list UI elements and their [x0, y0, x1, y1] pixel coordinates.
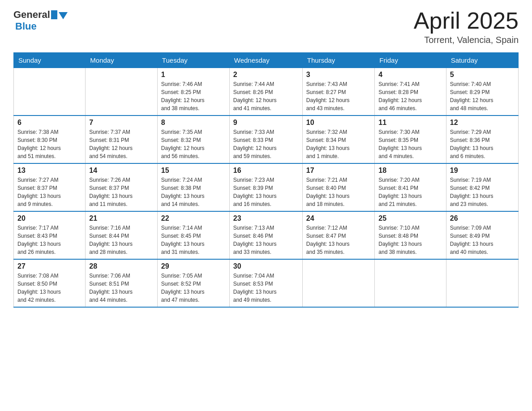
- weekday-header-monday: Monday: [86, 53, 158, 68]
- day-number: 30: [233, 262, 299, 270]
- calendar-cell: 18Sunrise: 7:20 AM Sunset: 8:41 PM Dayli…: [375, 163, 446, 211]
- day-info: Sunrise: 7:37 AM Sunset: 8:31 PM Dayligh…: [89, 128, 154, 160]
- day-number: 20: [17, 214, 82, 223]
- calendar-cell: 7Sunrise: 7:37 AM Sunset: 8:31 PM Daylig…: [86, 116, 158, 163]
- logo-general-text: General: [13, 9, 50, 21]
- calendar-cell: 30Sunrise: 7:04 AM Sunset: 8:53 PM Dayli…: [229, 259, 302, 307]
- day-number: 11: [378, 119, 442, 127]
- logo-blue-text: Blue: [15, 21, 68, 32]
- day-info: Sunrise: 7:13 AM Sunset: 8:46 PM Dayligh…: [233, 224, 299, 256]
- day-info: Sunrise: 7:16 AM Sunset: 8:44 PM Dayligh…: [89, 224, 154, 256]
- calendar-cell: 19Sunrise: 7:19 AM Sunset: 8:42 PM Dayli…: [446, 163, 518, 211]
- day-info: Sunrise: 7:41 AM Sunset: 8:28 PM Dayligh…: [378, 80, 442, 112]
- day-info: Sunrise: 7:12 AM Sunset: 8:47 PM Dayligh…: [306, 224, 371, 256]
- day-number: 5: [450, 71, 515, 79]
- day-info: Sunrise: 7:30 AM Sunset: 8:35 PM Dayligh…: [378, 128, 442, 160]
- day-info: Sunrise: 7:38 AM Sunset: 8:30 PM Dayligh…: [17, 128, 82, 160]
- location-label: Torrent, Valencia, Spain: [414, 35, 519, 45]
- calendar-cell: 23Sunrise: 7:13 AM Sunset: 8:46 PM Dayli…: [229, 211, 302, 259]
- day-info: Sunrise: 7:08 AM Sunset: 8:50 PM Dayligh…: [17, 272, 82, 304]
- day-number: 1: [161, 71, 226, 79]
- logo: General Blue: [13, 9, 68, 32]
- day-number: 24: [306, 214, 371, 223]
- calendar-cell: [86, 68, 158, 116]
- day-info: Sunrise: 7:20 AM Sunset: 8:41 PM Dayligh…: [378, 176, 442, 208]
- day-number: 21: [89, 214, 154, 223]
- day-number: 4: [378, 71, 442, 79]
- day-number: 12: [450, 119, 515, 127]
- day-info: Sunrise: 7:32 AM Sunset: 8:34 PM Dayligh…: [306, 128, 371, 160]
- calendar-cell: 20Sunrise: 7:17 AM Sunset: 8:43 PM Dayli…: [14, 211, 86, 259]
- weekday-header-row: SundayMondayTuesdayWednesdayThursdayFrid…: [14, 53, 519, 68]
- calendar-cell: 24Sunrise: 7:12 AM Sunset: 8:47 PM Dayli…: [302, 211, 374, 259]
- day-info: Sunrise: 7:17 AM Sunset: 8:43 PM Dayligh…: [17, 224, 82, 256]
- day-info: Sunrise: 7:26 AM Sunset: 8:37 PM Dayligh…: [89, 176, 154, 208]
- day-number: 27: [17, 262, 82, 270]
- day-number: 9: [233, 119, 299, 127]
- day-number: 8: [161, 119, 226, 127]
- calendar-week-4: 20Sunrise: 7:17 AM Sunset: 8:43 PM Dayli…: [14, 211, 519, 259]
- calendar-cell: 27Sunrise: 7:08 AM Sunset: 8:50 PM Dayli…: [14, 259, 86, 307]
- calendar-cell: 13Sunrise: 7:27 AM Sunset: 8:37 PM Dayli…: [14, 163, 86, 211]
- calendar-cell: 26Sunrise: 7:09 AM Sunset: 8:49 PM Dayli…: [446, 211, 518, 259]
- day-number: 3: [306, 71, 371, 79]
- day-number: 19: [450, 167, 515, 175]
- calendar-cell: [14, 68, 86, 116]
- calendar-cell: 25Sunrise: 7:10 AM Sunset: 8:48 PM Dayli…: [375, 211, 446, 259]
- day-number: 15: [161, 167, 226, 175]
- day-info: Sunrise: 7:23 AM Sunset: 8:39 PM Dayligh…: [233, 176, 299, 208]
- day-info: Sunrise: 7:09 AM Sunset: 8:49 PM Dayligh…: [450, 224, 515, 256]
- weekday-header-sunday: Sunday: [14, 53, 86, 68]
- calendar-cell: 11Sunrise: 7:30 AM Sunset: 8:35 PM Dayli…: [375, 116, 446, 163]
- calendar-cell: 2Sunrise: 7:44 AM Sunset: 8:26 PM Daylig…: [229, 68, 302, 116]
- calendar-table: SundayMondayTuesdayWednesdayThursdayFrid…: [13, 52, 519, 308]
- calendar-cell: 29Sunrise: 7:05 AM Sunset: 8:52 PM Dayli…: [157, 259, 229, 307]
- day-number: 18: [378, 167, 442, 175]
- day-info: Sunrise: 7:35 AM Sunset: 8:32 PM Dayligh…: [161, 128, 226, 160]
- day-info: Sunrise: 7:04 AM Sunset: 8:53 PM Dayligh…: [233, 272, 299, 304]
- calendar-cell: 22Sunrise: 7:14 AM Sunset: 8:45 PM Dayli…: [157, 211, 229, 259]
- calendar-cell: 4Sunrise: 7:41 AM Sunset: 8:28 PM Daylig…: [375, 68, 446, 116]
- calendar-cell: 21Sunrise: 7:16 AM Sunset: 8:44 PM Dayli…: [86, 211, 158, 259]
- calendar-cell: 5Sunrise: 7:40 AM Sunset: 8:29 PM Daylig…: [446, 68, 518, 116]
- day-number: 25: [378, 214, 442, 223]
- calendar-week-1: 1Sunrise: 7:46 AM Sunset: 8:25 PM Daylig…: [14, 68, 519, 116]
- day-info: Sunrise: 7:24 AM Sunset: 8:38 PM Dayligh…: [161, 176, 226, 208]
- weekday-header-friday: Friday: [375, 53, 446, 68]
- calendar-cell: 1Sunrise: 7:46 AM Sunset: 8:25 PM Daylig…: [157, 68, 229, 116]
- weekday-header-thursday: Thursday: [302, 53, 374, 68]
- day-number: 7: [89, 119, 154, 127]
- day-number: 14: [89, 167, 154, 175]
- day-number: 16: [233, 167, 299, 175]
- day-info: Sunrise: 7:40 AM Sunset: 8:29 PM Dayligh…: [450, 80, 515, 112]
- day-info: Sunrise: 7:14 AM Sunset: 8:45 PM Dayligh…: [161, 224, 226, 256]
- day-number: 13: [17, 167, 82, 175]
- page-header: General Blue April 2025 Torrent, Valenci…: [13, 9, 519, 45]
- calendar-cell: 12Sunrise: 7:29 AM Sunset: 8:36 PM Dayli…: [446, 116, 518, 163]
- day-info: Sunrise: 7:10 AM Sunset: 8:48 PM Dayligh…: [378, 224, 442, 256]
- calendar-cell: 9Sunrise: 7:33 AM Sunset: 8:33 PM Daylig…: [229, 116, 302, 163]
- day-info: Sunrise: 7:29 AM Sunset: 8:36 PM Dayligh…: [450, 128, 515, 160]
- month-title: April 2025: [414, 9, 519, 32]
- calendar-cell: 16Sunrise: 7:23 AM Sunset: 8:39 PM Dayli…: [229, 163, 302, 211]
- title-block: April 2025 Torrent, Valencia, Spain: [414, 9, 519, 45]
- day-number: 23: [233, 214, 299, 223]
- day-number: 28: [89, 262, 154, 270]
- calendar-cell: 3Sunrise: 7:43 AM Sunset: 8:27 PM Daylig…: [302, 68, 374, 116]
- calendar-cell: 8Sunrise: 7:35 AM Sunset: 8:32 PM Daylig…: [157, 116, 229, 163]
- calendar-cell: 15Sunrise: 7:24 AM Sunset: 8:38 PM Dayli…: [157, 163, 229, 211]
- day-number: 22: [161, 214, 226, 223]
- day-info: Sunrise: 7:19 AM Sunset: 8:42 PM Dayligh…: [450, 176, 515, 208]
- calendar-week-5: 27Sunrise: 7:08 AM Sunset: 8:50 PM Dayli…: [14, 259, 519, 307]
- logo-icon: [51, 10, 68, 19]
- calendar-cell: 10Sunrise: 7:32 AM Sunset: 8:34 PM Dayli…: [302, 116, 374, 163]
- day-number: 29: [161, 262, 226, 270]
- calendar-cell: [375, 259, 446, 307]
- calendar-cell: 14Sunrise: 7:26 AM Sunset: 8:37 PM Dayli…: [86, 163, 158, 211]
- weekday-header-tuesday: Tuesday: [157, 53, 229, 68]
- weekday-header-saturday: Saturday: [446, 53, 518, 68]
- day-number: 10: [306, 119, 371, 127]
- weekday-header-wednesday: Wednesday: [229, 53, 302, 68]
- day-info: Sunrise: 7:46 AM Sunset: 8:25 PM Dayligh…: [161, 80, 226, 112]
- calendar-cell: 17Sunrise: 7:21 AM Sunset: 8:40 PM Dayli…: [302, 163, 374, 211]
